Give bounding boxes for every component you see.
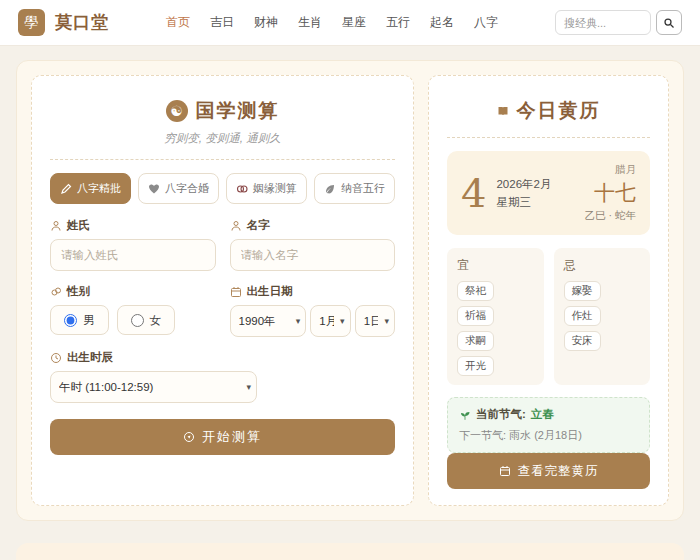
birthdate-label-row: 出生日期: [230, 284, 396, 299]
nav-item-lucky-day[interactable]: 吉日: [210, 14, 234, 31]
current-solar-term: 立春: [531, 407, 554, 422]
ji-box: 忌 嫁娶 作灶 安床: [554, 248, 651, 385]
view-full-almanac-button[interactable]: 查看完整黄历: [447, 453, 650, 489]
ji-tag: 作灶: [564, 306, 601, 326]
calculator-title: 国学测算: [196, 98, 280, 124]
gender-option-male[interactable]: 男: [50, 305, 109, 335]
ji-tag: 安床: [564, 331, 601, 351]
site-logo[interactable]: 學: [18, 9, 45, 36]
ji-label: 忌: [564, 257, 641, 274]
today-date-card: 4 2026年2月 星期三 腊月 十七 乙巳 · 蛇年: [447, 151, 650, 235]
tab-love-calc[interactable]: 姻缘测算: [226, 173, 307, 204]
birthdate-label: 出生日期: [247, 284, 293, 299]
book-icon: [497, 105, 509, 117]
birth-year-select[interactable]: 1990年: [230, 305, 307, 337]
tab-label: 纳音五行: [341, 181, 385, 196]
nav-item-home[interactable]: 首页: [166, 14, 190, 31]
person-icon: [230, 220, 242, 232]
almanac-panel: 今日黄历 4 2026年2月 星期三 腊月 十七 乙巳 · 蛇年 宜 祭祀 祈福…: [428, 75, 669, 506]
start-calculation-label: 开始测算: [202, 428, 262, 446]
tab-label: 八字精批: [77, 181, 121, 196]
gregorian-month: 2026年2月: [496, 177, 551, 192]
solar-term-box: 当前节气: 立春 下一节气: 雨水 (2月18日): [447, 397, 650, 453]
gregorian-date-block: 2026年2月 星期三: [496, 177, 551, 210]
featured-section: ★ 精选推荐 查看更多 ›: [16, 543, 684, 560]
search-icon: [663, 17, 675, 29]
hero-section: ☯ 国学测算 穷则变, 变则通, 通则久 八字精批 八字合婚 姻缘测算 纳音五行: [16, 60, 684, 521]
compass-icon: [183, 431, 195, 443]
lunar-day: 十七: [585, 179, 636, 207]
almanac-title-row: 今日黄历: [447, 98, 650, 124]
gender-option-female[interactable]: 女: [117, 305, 176, 335]
givenname-label-row: 名字: [230, 218, 396, 233]
nav-item-constellation[interactable]: 星座: [342, 14, 366, 31]
calendar-icon: [499, 465, 511, 477]
nav-item-zodiac[interactable]: 生肖: [298, 14, 322, 31]
start-calculation-button[interactable]: 开始测算: [50, 419, 395, 455]
yi-label: 宜: [457, 257, 534, 274]
ji-tag: 嫁娶: [564, 281, 601, 301]
clock-icon: [50, 352, 62, 364]
ji-tags: 嫁娶 作灶 安床: [564, 281, 641, 351]
birth-month-select[interactable]: 1月: [310, 305, 350, 337]
gender-female-label: 女: [150, 313, 162, 328]
surname-input[interactable]: [50, 239, 216, 271]
gender-radio-group: 男 女: [50, 305, 216, 335]
gender-field-group: 性别 男 女: [50, 284, 216, 337]
yi-tag: 开光: [457, 356, 494, 376]
nav-item-wealth-god[interactable]: 财神: [254, 14, 278, 31]
birth-hour-select[interactable]: 午时 (11:00-12:59): [50, 371, 257, 403]
solar-term-prefix: 当前节气:: [476, 407, 526, 422]
brand-name: 莫口堂: [55, 11, 109, 34]
birthdate-field-group: 出生日期 1990年 1月 1日: [230, 284, 396, 337]
person-icon: [50, 220, 62, 232]
birthtime-label-row: 出生时辰: [50, 350, 395, 365]
nav-item-naming[interactable]: 起名: [430, 14, 454, 31]
pen-icon: [60, 183, 72, 195]
tab-marriage-match[interactable]: 八字合婚: [138, 173, 219, 204]
current-solar-term-row: 当前节气: 立春: [459, 407, 638, 422]
calculator-title-row: ☯ 国学测算: [50, 98, 395, 124]
calculator-subtitle: 穷则变, 变则通, 通则久: [50, 131, 395, 146]
search-input[interactable]: [555, 10, 651, 35]
search-area: [555, 10, 682, 35]
nav-item-bazi[interactable]: 八字: [474, 14, 498, 31]
nav-item-five-elements[interactable]: 五行: [386, 14, 410, 31]
lunar-date-block: 腊月 十七 乙巳 · 蛇年: [585, 163, 636, 223]
yinyang-icon: ☯: [166, 100, 188, 122]
ganzhi-year: 乙巳 · 蛇年: [585, 209, 636, 223]
divider: [50, 159, 395, 160]
search-button[interactable]: [656, 10, 682, 35]
gender-icon: [50, 286, 62, 298]
gender-radio-male[interactable]: [64, 314, 77, 327]
yi-tag: 祭祀: [457, 281, 494, 301]
tab-label: 姻缘测算: [253, 181, 297, 196]
top-navbar: 學 莫口堂 首页 吉日 财神 生肖 星座 五行 起名 八字: [0, 0, 700, 46]
divider: [447, 137, 650, 138]
sprout-icon: [459, 409, 471, 421]
logo-character: 學: [25, 14, 39, 32]
birthdate-selects: 1990年 1月 1日: [230, 305, 396, 337]
next-solar-term: 下一节气: 雨水 (2月18日): [459, 428, 638, 443]
birth-day-select[interactable]: 1日: [355, 305, 395, 337]
gender-label: 性别: [67, 284, 90, 299]
tab-bazi-analysis[interactable]: 八字精批: [50, 173, 131, 204]
yi-ji-section: 宜 祭祀 祈福 求嗣 开光 忌 嫁娶 作灶 安床: [447, 248, 650, 385]
gender-radio-female[interactable]: [131, 314, 144, 327]
yi-tag: 求嗣: [457, 331, 494, 351]
surname-label: 姓氏: [67, 218, 90, 233]
givenname-label: 名字: [247, 218, 270, 233]
lunar-month: 腊月: [585, 163, 636, 177]
givenname-input[interactable]: [230, 239, 396, 271]
almanac-title: 今日黄历: [517, 98, 601, 124]
calendar-icon: [230, 286, 242, 298]
heart-icon: [148, 183, 160, 195]
weekday: 星期三: [496, 195, 551, 210]
tab-nayin-elements[interactable]: 纳音五行: [314, 173, 395, 204]
surname-label-row: 姓氏: [50, 218, 216, 233]
yi-box: 宜 祭祀 祈福 求嗣 开光: [447, 248, 544, 385]
surname-field-group: 姓氏: [50, 218, 216, 271]
leaf-icon: [324, 183, 336, 195]
calculator-tabs: 八字精批 八字合婚 姻缘测算 纳音五行: [50, 173, 395, 204]
rings-icon: [236, 183, 248, 195]
